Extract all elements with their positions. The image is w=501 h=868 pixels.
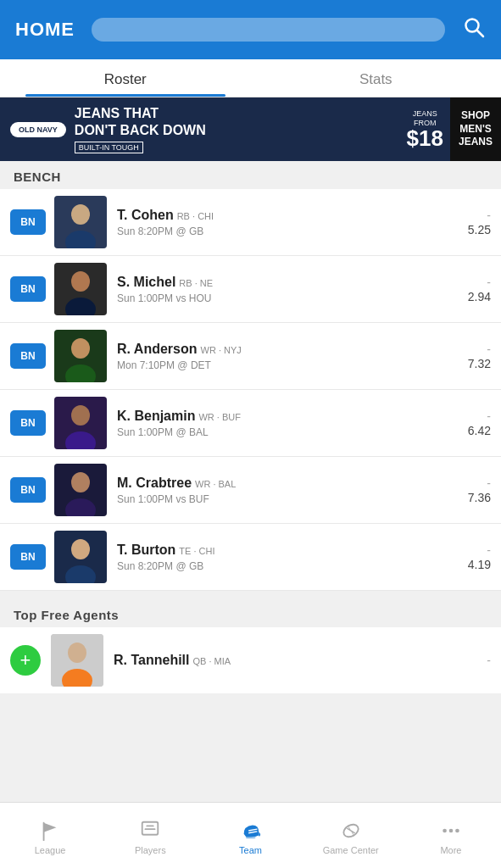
slot-badge: BN bbox=[10, 544, 46, 570]
player-info: T. Cohen RB · CHI Sun 8:20PM @ GB bbox=[117, 208, 460, 237]
svg-point-3 bbox=[71, 204, 90, 225]
player-score: - 7.36 bbox=[460, 476, 491, 504]
svg-point-35 bbox=[443, 828, 447, 832]
tabs: Roster Stats bbox=[0, 59, 501, 97]
player-info: T. Burton TE · CHI Sun 8:20PM @ GB bbox=[117, 542, 460, 572]
slot-badge: BN bbox=[10, 410, 46, 436]
players-icon bbox=[139, 820, 161, 842]
ad-price: JEANS FROM $18 bbox=[400, 104, 450, 155]
ad-banner[interactable]: OLD NAVY JEANS THAT DON'T BACK DOWN BUIL… bbox=[0, 97, 501, 161]
player-info: K. Benjamin WR · BUF Sun 1:00PM @ BAL bbox=[117, 409, 460, 438]
player-score: - 7.32 bbox=[460, 342, 491, 370]
nav-item-game-center[interactable]: Game Center bbox=[301, 803, 401, 868]
player-info: S. Michel RB · NE Sun 1:00PM vs HOU bbox=[117, 275, 460, 304]
ad-content: OLD NAVY JEANS THAT DON'T BACK DOWN BUIL… bbox=[0, 97, 400, 161]
svg-point-37 bbox=[455, 828, 459, 832]
avatar bbox=[54, 531, 107, 583]
svg-point-6 bbox=[71, 271, 90, 292]
nav-item-team[interactable]: Team bbox=[200, 803, 300, 868]
table-row[interactable]: BN R. Anderson WR · NYJ Mon 7:10PM @ DET… bbox=[0, 323, 501, 390]
add-player-button[interactable]: + bbox=[10, 645, 41, 676]
player-score: - 4.19 bbox=[460, 542, 491, 571]
player-info: M. Crabtree WR · BAL Sun 1:00PM vs BUF bbox=[117, 476, 460, 505]
table-row[interactable]: BN K. Benjamin WR · BUF Sun 1:00PM @ BAL… bbox=[0, 390, 501, 457]
free-agents-label: Top Free Agents bbox=[0, 599, 501, 627]
svg-line-32 bbox=[347, 828, 354, 833]
table-row[interactable]: BN M. Crabtree WR · BAL Sun 1:00PM vs BU… bbox=[0, 457, 501, 524]
nav-item-players[interactable]: Players bbox=[100, 803, 200, 868]
search-icon[interactable] bbox=[462, 15, 486, 44]
svg-point-9 bbox=[71, 338, 90, 359]
old-navy-badge: OLD NAVY bbox=[10, 122, 66, 137]
player-info: R. Anderson WR · NYJ Mon 7:10PM @ DET bbox=[117, 342, 460, 371]
ad-text-main: JEANS THAT DON'T BACK DOWN bbox=[75, 105, 206, 137]
tab-stats[interactable]: Stats bbox=[251, 59, 502, 97]
svg-point-15 bbox=[71, 472, 90, 492]
search-bar[interactable] bbox=[92, 18, 445, 42]
list-item[interactable]: + R. Tannehill QB · MIA bbox=[0, 627, 501, 693]
svg-marker-23 bbox=[44, 822, 57, 832]
bench-label: BENCH bbox=[0, 161, 501, 189]
svg-point-36 bbox=[449, 828, 454, 832]
avatar bbox=[51, 634, 103, 687]
header-title: HOME bbox=[15, 19, 75, 41]
free-agents-list: + R. Tannehill QB · MIA bbox=[0, 627, 501, 693]
table-row[interactable]: BN T. Burton TE · CHI Sun 8:20PM @ GB - … bbox=[0, 524, 501, 591]
dots-icon bbox=[440, 820, 462, 842]
ad-tagline: BUILT-IN TOUGH bbox=[75, 142, 143, 153]
football-icon bbox=[340, 820, 362, 842]
table-row[interactable]: BN S. Michel RB · NE Sun 1:00PM vs HOU -… bbox=[0, 256, 501, 323]
avatar bbox=[54, 330, 107, 382]
player-info: R. Tannehill QB · MIA bbox=[114, 653, 460, 668]
avatar bbox=[54, 397, 107, 449]
slot-badge: BN bbox=[10, 276, 46, 302]
helmet-icon bbox=[240, 820, 262, 842]
svg-line-1 bbox=[477, 31, 483, 36]
avatar bbox=[54, 196, 107, 248]
ad-shop[interactable]: SHOP MEN'S JEANS bbox=[450, 97, 501, 161]
player-score: - bbox=[460, 653, 491, 668]
tab-roster[interactable]: Roster bbox=[0, 59, 251, 97]
nav-item-more[interactable]: More bbox=[401, 803, 501, 868]
svg-point-21 bbox=[68, 643, 86, 663]
flag-icon bbox=[39, 820, 61, 842]
svg-point-18 bbox=[71, 539, 90, 559]
slot-badge: BN bbox=[10, 343, 46, 369]
avatar bbox=[54, 464, 107, 516]
slot-badge: BN bbox=[10, 209, 46, 235]
bench-player-list: BN T. Cohen RB · CHI Sun 8:20PM @ GB - 5… bbox=[0, 189, 501, 591]
svg-point-12 bbox=[71, 405, 90, 426]
slot-badge: BN bbox=[10, 477, 46, 503]
player-score: - 6.42 bbox=[460, 409, 491, 437]
player-score: - 5.25 bbox=[460, 208, 491, 236]
header: HOME bbox=[0, 0, 501, 59]
nav-item-league[interactable]: League bbox=[0, 803, 100, 868]
player-score: - 2.94 bbox=[460, 275, 491, 303]
free-agents-section: Top Free Agents + R. Tannehill QB · MIA bbox=[0, 599, 501, 693]
table-row[interactable]: BN T. Cohen RB · CHI Sun 8:20PM @ GB - 5… bbox=[0, 189, 501, 256]
avatar bbox=[54, 263, 107, 315]
bottom-nav: League Players Team Game Center bbox=[0, 802, 501, 868]
